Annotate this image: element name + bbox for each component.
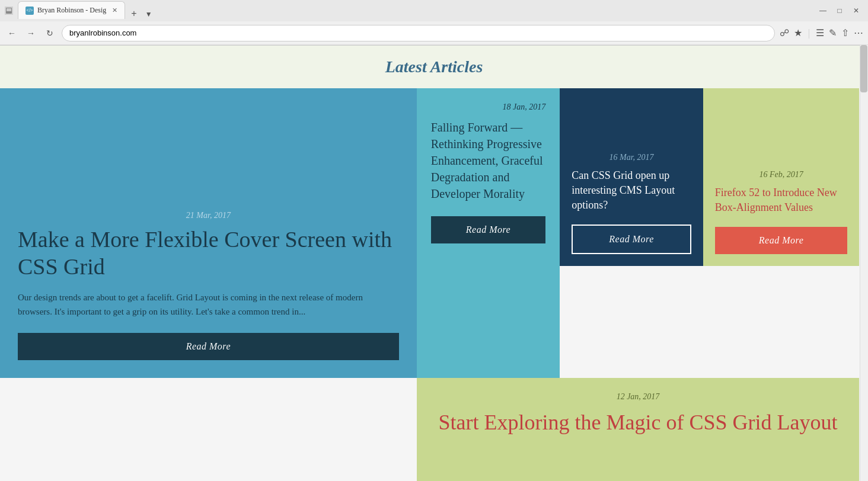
reader-view-icon[interactable]: ☍ (780, 27, 789, 39)
new-tab-button[interactable]: + (126, 8, 141, 19)
back-button[interactable]: ← (5, 26, 19, 40)
address-bar[interactable] (62, 25, 775, 41)
forward-button[interactable]: → (24, 26, 38, 40)
article-card-1: 16 Mar, 2017 Can CSS Grid open up intere… (560, 88, 703, 266)
articles-grid: 21 Mar, 2017 Make a More Flexible Cover … (0, 88, 868, 481)
system-controls (5, 7, 13, 15)
tab-title: Bryan Robinson - Desig (37, 6, 106, 15)
article-wide: 12 Jan, 2017 Start Exploring the Magic o… (417, 378, 860, 481)
article-card-2: 16 Feb, 2017 Firefox 52 to Introduce New… (703, 88, 860, 266)
tab-list-controls[interactable]: ▼ (145, 10, 152, 19)
featured-article-date: 21 Mar, 2017 (18, 211, 399, 220)
refresh-button[interactable]: ↻ (43, 26, 57, 40)
separator: | (808, 28, 810, 39)
featured-read-more-button[interactable]: Read More (18, 333, 399, 360)
card1-date: 16 Mar, 2017 (572, 153, 691, 162)
scrollbar[interactable] (860, 45, 868, 481)
card2-date: 16 Feb, 2017 (715, 170, 848, 179)
tab-strip: </> Bryan Robinson - Desig ✕ + ▼ (18, 2, 813, 19)
card3-read-more-button[interactable]: Read More (431, 216, 546, 243)
tab-favicon: </> (25, 7, 34, 15)
browser-chrome: </> Bryan Robinson - Desig ✕ + ▼ — □ ✕ ←… (0, 0, 868, 46)
card1-read-more-button[interactable]: Read More (572, 225, 691, 254)
card2-title: Firefox 52 to Introduce New Box-Alignmen… (715, 185, 848, 215)
favorites-icon[interactable]: ★ (794, 27, 802, 39)
more-icon[interactable]: ⋯ (854, 27, 863, 39)
system-icon (5, 7, 13, 15)
card3-title: Falling Forward — Rethinking Progressive… (431, 119, 546, 202)
page-content: Latest Articles 21 Mar, 2017 Make a More… (0, 46, 868, 481)
scrollbar-thumb[interactable] (860, 45, 867, 92)
featured-article-excerpt: Our design trends are about to get a fac… (18, 290, 399, 319)
title-bar: </> Bryan Robinson - Desig ✕ + ▼ — □ ✕ (0, 0, 868, 21)
featured-article: 21 Mar, 2017 Make a More Flexible Cover … (0, 88, 417, 378)
close-btn[interactable]: ✕ (849, 4, 863, 18)
featured-article-title: Make a More Flexible Cover Screen with C… (18, 226, 399, 280)
active-tab[interactable]: </> Bryan Robinson - Desig ✕ (18, 1, 125, 19)
window-controls: — □ ✕ (816, 4, 863, 18)
minimize-btn[interactable]: — (816, 4, 830, 18)
wide-article-date: 12 Jan, 2017 (617, 392, 660, 402)
card1-title: Can CSS Grid open up interesting CMS Lay… (572, 168, 691, 213)
svg-rect-1 (7, 8, 11, 11)
tab-close-btn[interactable]: ✕ (112, 7, 117, 14)
maximize-btn[interactable]: □ (832, 4, 847, 18)
browser-toolbar: ← → ↻ ☍ ★ | ☰ ✎ ⇧ ⋯ (0, 21, 868, 45)
page-title: Latest Articles (0, 57, 868, 76)
card3-date: 18 Jan, 2017 (431, 102, 546, 112)
card2-read-more-button[interactable]: Read More (715, 227, 848, 254)
article-card-3: 18 Jan, 2017 Falling Forward — Rethinkin… (417, 88, 560, 378)
page-header: Latest Articles (0, 46, 868, 88)
toolbar-actions: ☍ ★ | ☰ ✎ ⇧ ⋯ (780, 27, 863, 39)
menu-icon[interactable]: ☰ (816, 27, 824, 39)
wide-article-title: Start Exploring the Magic of CSS Grid La… (439, 409, 838, 437)
inking-icon[interactable]: ✎ (829, 27, 837, 39)
share-icon[interactable]: ⇧ (841, 27, 849, 39)
